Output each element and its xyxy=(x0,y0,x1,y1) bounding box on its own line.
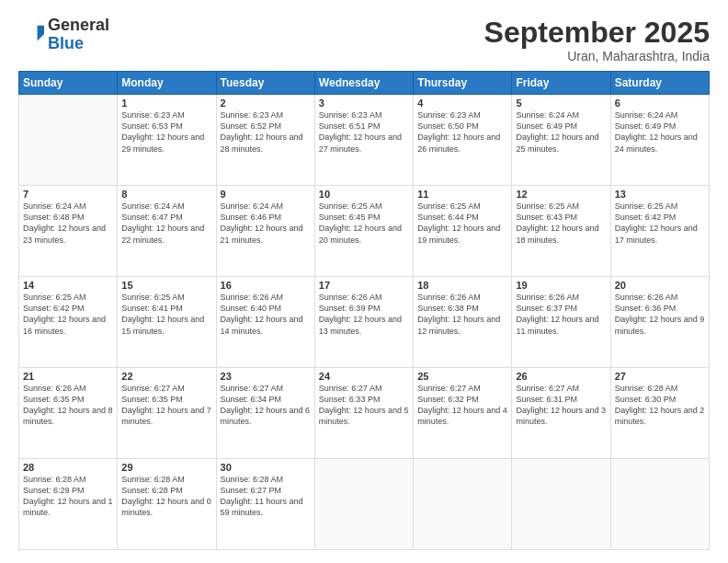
day-info: Sunrise: 6:26 AMSunset: 6:38 PMDaylight:… xyxy=(417,292,507,337)
location: Uran, Maharashtra, India xyxy=(484,49,710,63)
day-info: Sunrise: 6:28 AMSunset: 6:30 PMDaylight:… xyxy=(615,383,705,428)
calendar-cell: 26Sunrise: 6:27 AMSunset: 6:31 PMDayligh… xyxy=(512,368,610,459)
day-number: 28 xyxy=(23,462,113,473)
day-info: Sunrise: 6:26 AMSunset: 6:35 PMDaylight:… xyxy=(23,383,113,428)
day-info: Sunrise: 6:23 AMSunset: 6:50 PMDaylight:… xyxy=(417,109,507,155)
day-number: 14 xyxy=(23,280,113,291)
calendar-cell: 8Sunrise: 6:24 AMSunset: 6:47 PMDaylight… xyxy=(118,186,216,277)
day-info: Sunrise: 6:26 AMSunset: 6:40 PMDaylight:… xyxy=(221,292,311,337)
title-block: September 2025 Uran, Maharashtra, India xyxy=(484,17,710,63)
day-info: Sunrise: 6:25 AMSunset: 6:42 PMDaylight:… xyxy=(23,292,113,337)
day-number: 13 xyxy=(615,189,705,200)
calendar-cell xyxy=(512,459,610,550)
day-number: 2 xyxy=(221,98,311,109)
day-number: 20 xyxy=(615,280,705,291)
logo-blue: Blue xyxy=(48,34,84,52)
day-number: 9 xyxy=(221,189,311,200)
calendar-cell: 12Sunrise: 6:25 AMSunset: 6:43 PMDayligh… xyxy=(512,186,610,277)
page: General Blue September 2025 Uran, Mahara… xyxy=(0,0,728,563)
calendar-cell: 24Sunrise: 6:27 AMSunset: 6:33 PMDayligh… xyxy=(314,368,413,459)
day-info: Sunrise: 6:25 AMSunset: 6:41 PMDaylight:… xyxy=(121,292,211,337)
calendar-cell: 16Sunrise: 6:26 AMSunset: 6:40 PMDayligh… xyxy=(216,277,314,368)
col-saturday: Saturday xyxy=(610,72,709,95)
day-info: Sunrise: 6:26 AMSunset: 6:36 PMDaylight:… xyxy=(615,292,705,337)
day-info: Sunrise: 6:26 AMSunset: 6:37 PMDaylight:… xyxy=(516,292,606,337)
day-number: 16 xyxy=(221,280,311,291)
calendar-cell: 21Sunrise: 6:26 AMSunset: 6:35 PMDayligh… xyxy=(19,368,118,459)
col-wednesday: Wednesday xyxy=(314,72,413,95)
day-number: 19 xyxy=(516,280,606,291)
calendar-cell: 5Sunrise: 6:24 AMSunset: 6:49 PMDaylight… xyxy=(512,95,610,186)
day-number: 7 xyxy=(23,189,113,200)
calendar-cell: 13Sunrise: 6:25 AMSunset: 6:42 PMDayligh… xyxy=(610,186,709,277)
calendar-cell: 20Sunrise: 6:26 AMSunset: 6:36 PMDayligh… xyxy=(610,277,709,368)
day-info: Sunrise: 6:24 AMSunset: 6:47 PMDaylight:… xyxy=(121,201,211,246)
day-number: 24 xyxy=(319,371,409,382)
day-info: Sunrise: 6:26 AMSunset: 6:39 PMDaylight:… xyxy=(319,292,409,337)
day-info: Sunrise: 6:27 AMSunset: 6:31 PMDaylight:… xyxy=(516,383,606,428)
col-friday: Friday xyxy=(512,72,610,95)
day-number: 10 xyxy=(319,189,409,200)
col-thursday: Thursday xyxy=(414,72,512,95)
calendar-cell: 3Sunrise: 6:23 AMSunset: 6:51 PMDaylight… xyxy=(314,95,413,186)
day-info: Sunrise: 6:27 AMSunset: 6:32 PMDaylight:… xyxy=(417,383,507,428)
day-number: 8 xyxy=(121,189,211,200)
day-info: Sunrise: 6:25 AMSunset: 6:43 PMDaylight:… xyxy=(516,201,606,246)
calendar-week-row: 14Sunrise: 6:25 AMSunset: 6:42 PMDayligh… xyxy=(19,277,710,368)
day-number: 12 xyxy=(516,189,606,200)
day-info: Sunrise: 6:27 AMSunset: 6:35 PMDaylight:… xyxy=(121,383,211,428)
calendar-cell: 23Sunrise: 6:27 AMSunset: 6:34 PMDayligh… xyxy=(216,368,314,459)
day-info: Sunrise: 6:24 AMSunset: 6:49 PMDaylight:… xyxy=(615,109,705,155)
day-info: Sunrise: 6:25 AMSunset: 6:44 PMDaylight:… xyxy=(417,201,507,246)
day-number: 29 xyxy=(121,462,211,473)
calendar-cell xyxy=(414,459,512,550)
day-number: 22 xyxy=(121,371,211,382)
day-number: 25 xyxy=(417,371,507,382)
calendar-cell: 1Sunrise: 6:23 AMSunset: 6:53 PMDaylight… xyxy=(118,95,216,186)
day-info: Sunrise: 6:27 AMSunset: 6:34 PMDaylight:… xyxy=(221,383,311,428)
header: General Blue September 2025 Uran, Mahara… xyxy=(18,17,710,63)
logo-icon xyxy=(18,22,44,48)
calendar-cell: 11Sunrise: 6:25 AMSunset: 6:44 PMDayligh… xyxy=(414,186,512,277)
col-tuesday: Tuesday xyxy=(216,72,314,95)
day-number: 27 xyxy=(615,371,705,382)
calendar-cell: 2Sunrise: 6:23 AMSunset: 6:52 PMDaylight… xyxy=(216,95,314,186)
calendar-cell xyxy=(19,95,118,186)
calendar-cell: 22Sunrise: 6:27 AMSunset: 6:35 PMDayligh… xyxy=(118,368,216,459)
calendar-cell: 18Sunrise: 6:26 AMSunset: 6:38 PMDayligh… xyxy=(414,277,512,368)
day-info: Sunrise: 6:25 AMSunset: 6:45 PMDaylight:… xyxy=(319,201,409,246)
calendar-cell: 19Sunrise: 6:26 AMSunset: 6:37 PMDayligh… xyxy=(512,277,610,368)
calendar-week-row: 7Sunrise: 6:24 AMSunset: 6:48 PMDaylight… xyxy=(19,186,710,277)
day-info: Sunrise: 6:25 AMSunset: 6:42 PMDaylight:… xyxy=(615,201,705,246)
calendar-cell: 29Sunrise: 6:28 AMSunset: 6:28 PMDayligh… xyxy=(118,459,216,550)
day-number: 21 xyxy=(23,371,113,382)
logo-general: General xyxy=(48,16,109,34)
calendar-cell: 25Sunrise: 6:27 AMSunset: 6:32 PMDayligh… xyxy=(414,368,512,459)
calendar-cell: 9Sunrise: 6:24 AMSunset: 6:46 PMDaylight… xyxy=(216,186,314,277)
day-info: Sunrise: 6:23 AMSunset: 6:52 PMDaylight:… xyxy=(221,109,311,155)
calendar-week-row: 1Sunrise: 6:23 AMSunset: 6:53 PMDaylight… xyxy=(19,95,710,186)
day-info: Sunrise: 6:24 AMSunset: 6:48 PMDaylight:… xyxy=(23,201,113,246)
day-number: 6 xyxy=(615,98,705,109)
day-info: Sunrise: 6:28 AMSunset: 6:27 PMDaylight:… xyxy=(221,474,311,519)
calendar-cell: 30Sunrise: 6:28 AMSunset: 6:27 PMDayligh… xyxy=(216,459,314,550)
calendar-week-row: 21Sunrise: 6:26 AMSunset: 6:35 PMDayligh… xyxy=(19,368,710,459)
calendar-cell: 14Sunrise: 6:25 AMSunset: 6:42 PMDayligh… xyxy=(19,277,118,368)
day-info: Sunrise: 6:27 AMSunset: 6:33 PMDaylight:… xyxy=(319,383,409,428)
day-number: 30 xyxy=(221,462,311,473)
day-info: Sunrise: 6:28 AMSunset: 6:29 PMDaylight:… xyxy=(23,474,113,519)
calendar-table: Sunday Monday Tuesday Wednesday Thursday… xyxy=(18,71,710,550)
day-info: Sunrise: 6:23 AMSunset: 6:53 PMDaylight:… xyxy=(121,109,211,155)
day-number: 17 xyxy=(319,280,409,291)
day-number: 15 xyxy=(121,280,211,291)
day-number: 1 xyxy=(121,98,211,109)
calendar-week-row: 28Sunrise: 6:28 AMSunset: 6:29 PMDayligh… xyxy=(19,459,710,550)
day-number: 18 xyxy=(417,280,507,291)
day-number: 5 xyxy=(516,98,606,109)
day-number: 11 xyxy=(417,189,507,200)
day-info: Sunrise: 6:28 AMSunset: 6:28 PMDaylight:… xyxy=(121,474,211,519)
calendar-cell: 4Sunrise: 6:23 AMSunset: 6:50 PMDaylight… xyxy=(414,95,512,186)
day-number: 26 xyxy=(516,371,606,382)
calendar-cell: 6Sunrise: 6:24 AMSunset: 6:49 PMDaylight… xyxy=(610,95,709,186)
day-info: Sunrise: 6:23 AMSunset: 6:51 PMDaylight:… xyxy=(319,109,409,155)
